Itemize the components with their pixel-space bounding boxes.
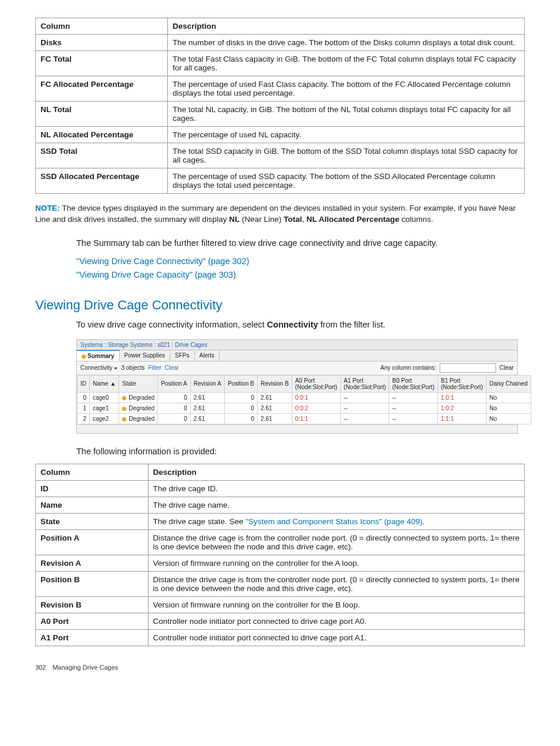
cell-revA: 2.61	[190, 413, 224, 424]
grid-column-header[interactable]: Position A	[158, 375, 190, 392]
screenshot-toolbar: Connectivity 3 objects Filter Clear Any …	[77, 362, 517, 375]
table-row: NL TotalThe total NL capacity, in GiB. T…	[36, 102, 525, 127]
column-name-cell: NL Allocated Percentage	[36, 127, 168, 143]
grid-column-header[interactable]: B1 Port(Node:Slot:Port)	[437, 375, 486, 392]
link-drive-cage-capacity[interactable]: "Viewing Drive Cage Capacity" (page 303)	[76, 270, 236, 279]
cell-name: cage2	[90, 413, 119, 424]
cell-daisy: No	[486, 403, 531, 413]
column-name-cell: SSD Total	[36, 143, 168, 168]
grid-column-header[interactable]: ID	[77, 375, 90, 392]
link-drive-cage-connectivity[interactable]: "Viewing Drive Cage Connectivity" (page …	[76, 256, 249, 266]
summary-paragraph: The Summary tab can be further filtered …	[76, 237, 525, 249]
tab-summary[interactable]: Summary	[77, 350, 120, 361]
any-column-label: Any column contains:	[380, 364, 436, 371]
screenshot-breadcrumb: Systems : Storage Systems : s021 : Drive…	[77, 340, 517, 350]
column-name-cell: Position B	[36, 571, 149, 596]
cell-daisy: No	[486, 392, 531, 403]
description-cell: Version of firmware running on the contr…	[148, 596, 524, 613]
clear-button[interactable]: Clear	[500, 364, 514, 371]
tab-power-supplies[interactable]: Power Supplies	[120, 350, 170, 361]
grid-row[interactable]: 1cage1Degraded02.6102.610:0:2----1:0:2No	[77, 403, 531, 413]
page-footer: 302 Managing Drive Cages	[35, 664, 525, 671]
cell-b1: 1:1:1	[437, 413, 486, 424]
connectivity-grid: IDName ▲StatePosition ARevision APositio…	[77, 375, 531, 424]
following-info: The following information is provided:	[76, 445, 525, 458]
warning-icon	[122, 407, 126, 411]
cell-a0: 0:0:1	[292, 392, 340, 403]
description-cell: Controller node initiator port connected…	[148, 629, 524, 646]
column-name-cell: Disks	[36, 35, 168, 51]
tab-sfps[interactable]: SFPs	[170, 350, 194, 361]
warning-icon	[122, 417, 126, 421]
cell-name: cage0	[90, 392, 119, 403]
table-row: A0 PortController node initiator port co…	[36, 613, 525, 629]
clear-filter-link[interactable]: Clear	[165, 364, 179, 371]
description-cell: Controller node initiator port connected…	[148, 613, 524, 629]
filter-link[interactable]: Filter	[149, 364, 161, 371]
grid-column-header[interactable]: Daisy Chained	[486, 375, 531, 392]
cell-revB: 2.61	[258, 392, 292, 403]
grid-row[interactable]: 2cage2Degraded02.6102.610:1:1----1:1:1No	[77, 413, 531, 424]
filter-dropdown[interactable]: Connectivity	[80, 364, 117, 371]
objects-count: 3 objects	[121, 364, 144, 371]
column-name-cell: A0 Port	[36, 613, 149, 629]
column-name-cell: FC Allocated Percentage	[36, 76, 168, 102]
table-row: FC TotalThe total Fast Class capacity in…	[36, 51, 525, 76]
grid-column-header[interactable]: B0 Port(Node:Slot:Port)	[389, 375, 438, 392]
table-row: DisksThe number of disks in the drive ca…	[36, 35, 525, 51]
table2-header-description: Description	[148, 464, 524, 480]
cell-id: 1	[77, 403, 90, 413]
screenshot-tabs: Summary Power Supplies SFPs Alerts	[77, 350, 517, 362]
table1-header-description: Description	[167, 18, 524, 35]
table-row: A1 PortController node initiator port co…	[36, 629, 525, 646]
grid-column-header[interactable]: State	[119, 375, 158, 392]
column-name-cell: Name	[36, 497, 149, 513]
cross-reference-link[interactable]: "System and Component Status Icons" (pag…	[245, 517, 423, 526]
cell-revB: 2.61	[258, 403, 292, 413]
note-block: NOTE: The device types displayed in the …	[35, 203, 525, 225]
cell-posB: 0	[225, 392, 258, 403]
column-name-cell: A1 Port	[36, 629, 149, 646]
grid-column-header[interactable]: Position B	[225, 375, 258, 392]
cell-state: Degraded	[119, 403, 158, 413]
cell-id: 0	[77, 392, 90, 403]
grid-column-header[interactable]: A1 Port(Node:Slot:Port)	[340, 375, 389, 392]
chapter-name: Managing Drive Cages	[52, 664, 118, 671]
grid-column-header[interactable]: Revision B	[258, 375, 292, 392]
grid-row[interactable]: 0cage0Degraded02.6102.610:0:1----1:0:1No	[77, 392, 531, 403]
horizontal-scrollbar[interactable]	[77, 424, 517, 433]
description-cell: Version of firmware running on the contr…	[148, 555, 524, 571]
description-cell: The percentage of used NL capacity.	[167, 127, 524, 143]
cell-posB: 0	[225, 413, 258, 424]
cell-state: Degraded	[119, 413, 158, 424]
cell-posA: 0	[158, 413, 190, 424]
description-cell: Distance the drive cage is from the cont…	[148, 571, 524, 596]
cell-a0: 0:0:2	[292, 403, 340, 413]
cell-a0: 0:1:1	[292, 413, 340, 424]
table-row: StateThe drive cage state. See "System a…	[36, 513, 525, 529]
column-description-table-1: Column Description DisksThe number of di…	[35, 18, 525, 194]
cell-state: Degraded	[119, 392, 158, 403]
description-cell: Distance the drive cage is from the cont…	[148, 529, 524, 555]
instruction-paragraph: To view drive cage connectivity informat…	[76, 319, 525, 331]
column-name-cell: Revision B	[36, 596, 149, 613]
warning-icon	[82, 355, 86, 359]
table-row: Revision BVersion of firmware running on…	[36, 596, 525, 613]
column-description-table-2: Column Description IDThe drive cage ID.N…	[35, 464, 525, 646]
grid-column-header[interactable]: Name ▲	[90, 375, 119, 392]
grid-column-header[interactable]: Revision A	[190, 375, 224, 392]
table1-header-column: Column	[36, 18, 168, 35]
cell-a1: --	[340, 392, 389, 403]
tab-alerts[interactable]: Alerts	[195, 350, 220, 361]
grid-column-header[interactable]: A0 Port(Node:Slot:Port)	[292, 375, 340, 392]
cell-revA: 2.61	[190, 403, 224, 413]
any-column-input[interactable]	[440, 363, 496, 373]
column-name-cell: Revision A	[36, 555, 149, 571]
cell-a1: --	[340, 403, 389, 413]
description-cell: The drive cage ID.	[148, 480, 524, 497]
cell-posA: 0	[158, 403, 190, 413]
table-row: IDThe drive cage ID.	[36, 480, 525, 497]
cell-posB: 0	[225, 403, 258, 413]
description-cell: The percentage of used SSD capacity. The…	[167, 168, 524, 194]
description-cell: The number of disks in the drive cage. T…	[167, 35, 524, 51]
